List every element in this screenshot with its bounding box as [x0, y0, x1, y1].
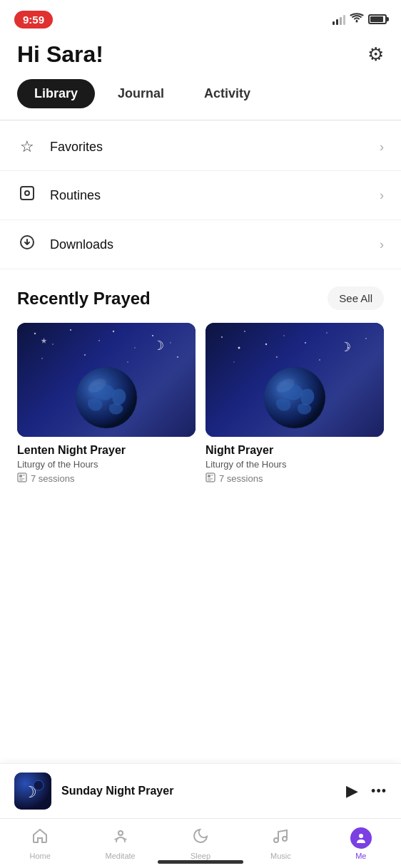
svg-point-31	[305, 342, 306, 343]
status-time: 9:59	[14, 11, 53, 29]
svg-point-37	[319, 359, 320, 361]
svg-rect-23	[19, 475, 22, 477]
svg-point-6	[70, 329, 71, 331]
svg-point-27	[221, 336, 223, 338]
home-nav-label: Home	[30, 852, 51, 860]
now-playing-bar[interactable]: ☽ Sunday Night Prayer ▶ •••	[0, 763, 401, 818]
svg-rect-47	[208, 478, 213, 480]
me-nav-label: Me	[355, 852, 366, 860]
svg-point-55	[283, 837, 287, 841]
svg-rect-45	[208, 475, 210, 477]
svg-point-30	[283, 335, 285, 336]
svg-point-29	[265, 343, 267, 345]
status-bar: 9:59	[0, 0, 401, 36]
svg-point-5	[52, 343, 54, 345]
downloads-menu-item[interactable]: Downloads ›	[0, 220, 401, 269]
svg-point-14	[127, 361, 128, 363]
routines-label: Routines	[50, 188, 101, 203]
home-indicator	[158, 860, 243, 864]
header: Hi Sara! ⚙	[0, 36, 401, 79]
svg-point-0	[356, 21, 358, 23]
favorites-icon: ☆	[17, 138, 37, 156]
svg-point-28	[244, 331, 245, 332]
card-subtitle-lenten: Liturgy of the Hours	[17, 459, 196, 470]
favorites-menu-item[interactable]: ☆ Favorites ›	[0, 123, 401, 171]
status-icons	[333, 13, 387, 26]
svg-point-15	[177, 356, 178, 358]
now-playing-controls: ▶ •••	[346, 782, 387, 800]
svg-point-4	[34, 333, 36, 334]
greeting-text: Hi Sara!	[17, 41, 103, 68]
divider	[0, 120, 401, 120]
svg-rect-25	[19, 478, 25, 480]
svg-point-13	[84, 354, 86, 356]
card-subtitle-night: Liturgy of the Hours	[205, 459, 384, 470]
routines-icon	[17, 185, 37, 205]
svg-text:☽: ☽	[340, 340, 351, 354]
nav-item-music[interactable]: Music	[240, 822, 320, 866]
wifi-icon	[350, 13, 364, 26]
svg-point-36	[276, 356, 278, 358]
nav-item-me[interactable]: Me	[321, 822, 401, 866]
settings-button[interactable]: ⚙	[367, 43, 384, 66]
more-options-button[interactable]: •••	[371, 784, 387, 799]
sleep-nav-label: Sleep	[191, 852, 210, 860]
svg-point-35	[233, 361, 235, 363]
nav-item-meditate[interactable]: Meditate	[80, 822, 160, 866]
svg-point-54	[274, 838, 278, 842]
svg-point-53	[118, 831, 123, 835]
me-nav-icon	[350, 827, 372, 849]
svg-point-34	[365, 338, 367, 339]
svg-point-56	[359, 834, 363, 838]
recently-prayed-section: Recently Prayed See All	[0, 269, 401, 496]
svg-rect-46	[211, 475, 214, 476]
svg-point-10	[152, 335, 153, 336]
card-image-night: ☽	[205, 323, 384, 437]
meditate-nav-icon	[112, 827, 129, 849]
meditate-nav-label: Meditate	[106, 852, 136, 860]
battery-icon	[368, 14, 387, 24]
globe-lenten	[74, 366, 138, 430]
svg-marker-17	[41, 338, 47, 343]
svg-point-8	[113, 331, 114, 332]
globe-night	[263, 366, 327, 430]
routines-menu-item[interactable]: Routines ›	[0, 171, 401, 220]
now-playing-thumbnail: ☽	[14, 773, 51, 810]
card-sessions-lenten: 7 sessions	[17, 472, 196, 485]
card-night-prayer[interactable]: ☽	[205, 323, 384, 485]
card-lenten-night-prayer[interactable]: ☽	[17, 323, 196, 485]
routines-chevron-icon: ›	[380, 188, 384, 203]
play-button[interactable]: ▶	[346, 782, 358, 800]
tab-journal[interactable]: Journal	[101, 79, 181, 108]
svg-rect-26	[19, 480, 23, 481]
music-nav-icon	[272, 827, 289, 849]
svg-rect-24	[23, 475, 26, 476]
svg-point-39	[238, 347, 240, 349]
section-header: Recently Prayed See All	[17, 286, 384, 310]
downloads-label: Downloads	[50, 237, 113, 252]
nav-item-sleep[interactable]: Sleep	[161, 822, 240, 866]
svg-rect-48	[208, 480, 211, 481]
cards-row: ☽	[17, 323, 384, 485]
home-nav-icon	[31, 827, 49, 849]
tab-activity[interactable]: Activity	[187, 79, 268, 108]
favorites-label: Favorites	[50, 140, 103, 155]
sleep-nav-icon	[192, 827, 209, 849]
svg-point-7	[98, 340, 100, 341]
tab-library[interactable]: Library	[17, 79, 95, 108]
card-title-lenten: Lenten Night Prayer	[17, 444, 196, 457]
favorites-chevron-icon: ›	[380, 140, 384, 155]
svg-text:☽: ☽	[153, 339, 164, 353]
sessions-icon-2	[205, 472, 215, 485]
music-nav-label: Music	[270, 852, 291, 860]
svg-point-32	[326, 332, 328, 334]
sessions-icon	[17, 472, 27, 485]
now-playing-info: Sunday Night Prayer	[61, 785, 336, 797]
nav-item-home[interactable]: Home	[0, 822, 80, 866]
see-all-button[interactable]: See All	[328, 286, 384, 310]
card-sessions-night: 7 sessions	[205, 472, 384, 485]
svg-point-9	[134, 347, 135, 348]
svg-point-2	[25, 191, 29, 195]
now-playing-title: Sunday Night Prayer	[61, 785, 336, 797]
section-title: Recently Prayed	[17, 289, 151, 309]
